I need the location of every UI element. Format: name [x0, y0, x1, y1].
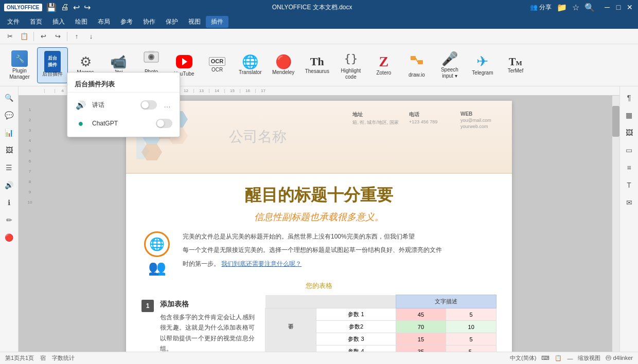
sidebar-image[interactable]: 🖼: [2, 143, 16, 157]
telegram-item[interactable]: ✈ Telegram: [467, 47, 498, 83]
link-text[interactable]: 我们到底还需要注意什么呢？: [221, 260, 302, 267]
body-text-2: 每一个文件是无限接近完美的。选择一个理想的标题是试图起草一份结构良好、外观漂亮的…: [183, 245, 497, 255]
down-btn[interactable]: ↓: [84, 30, 98, 43]
maximize-btn[interactable]: □: [614, 3, 623, 11]
jitsi-icon: 📹: [110, 55, 127, 68]
menu-layout[interactable]: 布局: [93, 16, 115, 28]
bp-icon: 后台插件: [44, 51, 61, 72]
highlight-code-item[interactable]: {} Highlightcode: [335, 47, 366, 83]
print-btn[interactable]: 🖨: [61, 3, 69, 12]
telegram-label: Telegram: [472, 70, 493, 76]
search-btn[interactable]: 🔍: [584, 3, 595, 12]
sidebar-table[interactable]: 📊: [2, 125, 16, 140]
mendeley-item[interactable]: 🔴 Mendeley: [268, 47, 299, 83]
speech-input-item[interactable]: 🎤 Speechinput ▾: [434, 47, 465, 83]
ocr-item[interactable]: OCR OCR: [202, 47, 233, 83]
right-mail[interactable]: ✉: [622, 195, 636, 210]
plugin-manager-icon: 🔧: [11, 50, 28, 67]
redo-toolbar-btn[interactable]: ↪: [51, 30, 64, 43]
right-sidebar: ¶ ▦ 🖼 ▭ ≡ T ✉: [619, 86, 638, 352]
menu-protect[interactable]: 保护: [161, 16, 183, 28]
right-text[interactable]: T: [622, 178, 636, 192]
scroll-thumb[interactable]: [612, 106, 619, 137]
undo-btn[interactable]: ↩: [73, 3, 80, 12]
redo-btn[interactable]: ↪: [84, 3, 91, 12]
company-name-area: 公司名称: [229, 111, 342, 162]
menu-collab[interactable]: 协作: [138, 16, 161, 28]
table-section-title: 您的表格: [141, 281, 497, 290]
sidebar-mendeley2[interactable]: 🔴: [2, 230, 16, 245]
sidebar-audio[interactable]: 🔊: [2, 178, 16, 192]
row3-col2: 5: [446, 333, 497, 345]
speech-more-btn[interactable]: …: [162, 100, 172, 110]
plugin-manager-item[interactable]: 🔧 PluginManager: [4, 47, 35, 83]
zotero-item[interactable]: Z Zotero: [368, 47, 399, 83]
ocr-icon: OCR: [209, 57, 225, 66]
up-btn[interactable]: ↑: [70, 30, 83, 43]
svg-rect-2: [148, 51, 154, 53]
language-select[interactable]: 中文(简体): [510, 354, 536, 362]
sidebar-chat[interactable]: 💬: [2, 108, 16, 122]
menu-reference[interactable]: 参考: [115, 16, 138, 28]
minimize-btn[interactable]: ─: [603, 3, 611, 11]
mendeley-icon: 🔴: [275, 55, 292, 68]
translator-item[interactable]: 🌐 Translator: [235, 47, 266, 83]
menu-view[interactable]: 视图: [183, 16, 206, 28]
sidebar-search[interactable]: 🔍: [2, 90, 16, 105]
row4-col1: 35: [396, 345, 446, 352]
ruler-13: 13: [193, 89, 209, 93]
thesaurus-item[interactable]: Th Thesaurus: [301, 47, 333, 83]
back-plugin-item[interactable]: 后台插件 后台插件: [37, 47, 68, 83]
close-btn[interactable]: ✕: [626, 3, 634, 11]
menu-home[interactable]: 首页: [25, 16, 47, 28]
speech-toggle[interactable]: [140, 100, 157, 110]
ocr-label: OCR: [211, 67, 223, 73]
menu-plugins[interactable]: 插件: [206, 16, 228, 28]
photo-editor-icon: [143, 49, 160, 68]
back-plugin-label: 后台插件: [42, 71, 63, 77]
cut-btn[interactable]: ✂: [3, 30, 16, 43]
plugin-manager-label: PluginManager: [9, 68, 29, 80]
fav-btn[interactable]: ☆: [572, 3, 579, 12]
right-shape[interactable]: ▭: [622, 143, 636, 157]
chatgpt-toggle[interactable]: [156, 119, 172, 128]
section-content: 添加表格 包含很多字的文件肯定会让人感到很无趣。这就是为什么添加表格可以帮助提供…: [160, 300, 255, 352]
word-count[interactable]: 字数统计: [52, 354, 75, 362]
zoom-out[interactable]: —: [567, 355, 573, 361]
sidebar-list[interactable]: ☰: [2, 160, 16, 175]
translator-icon: 🌐: [242, 55, 258, 68]
toolbar: ✂ 📋 ↩ ↪ ↑ ↓: [0, 29, 638, 44]
app-logo: ONLYOFFICE: [4, 4, 42, 11]
termef-item[interactable]: TM TerMef: [500, 47, 531, 83]
undo-toolbar-btn[interactable]: ↩: [37, 30, 50, 43]
row2-col1: 70: [396, 321, 446, 333]
speech-label: 讲话: [92, 101, 135, 110]
menu-draw[interactable]: 绘图: [70, 16, 93, 28]
toolbar-sep1: [33, 32, 34, 41]
body-text-3: 时的第一步。 我们到底还需要注意什么呢？: [183, 259, 497, 269]
speech-input-icon: 🎤: [441, 51, 458, 66]
svg-point-3: [150, 56, 153, 59]
right-table[interactable]: ▦: [622, 108, 636, 122]
open-btn[interactable]: 📁: [557, 3, 567, 12]
copy-btn[interactable]: 📋: [17, 30, 31, 43]
save-btn[interactable]: 💾: [46, 3, 57, 12]
right-para[interactable]: ¶: [622, 90, 636, 105]
sidebar-info[interactable]: ℹ: [2, 195, 16, 210]
right-image[interactable]: 🖼: [622, 125, 636, 140]
speech-row: 🔊 讲话 …: [67, 96, 180, 114]
sub-title: 信息性副标题也承载很多意义。: [141, 211, 497, 223]
menu-file[interactable]: 文件: [2, 16, 25, 28]
ruler-14: 14: [209, 89, 224, 93]
thesaurus-icon: Th: [310, 56, 324, 67]
right-eq[interactable]: ≡: [622, 160, 636, 175]
drawio-item[interactable]: draw.io: [401, 47, 432, 83]
thesaurus-label: Thesaurus: [305, 68, 329, 75]
menu-insert[interactable]: 插入: [47, 16, 70, 28]
scrollbar[interactable]: [612, 96, 619, 352]
people-icon: 👥: [148, 259, 166, 276]
sidebar-edit[interactable]: ✏: [2, 213, 16, 227]
svg-rect-4: [411, 56, 416, 60]
share-btn[interactable]: 👥 分享: [530, 3, 552, 12]
header-info: 地址 箱, 衔, 城市/地区, 国家 电话 +123 456 789 WEB y…: [352, 111, 502, 162]
